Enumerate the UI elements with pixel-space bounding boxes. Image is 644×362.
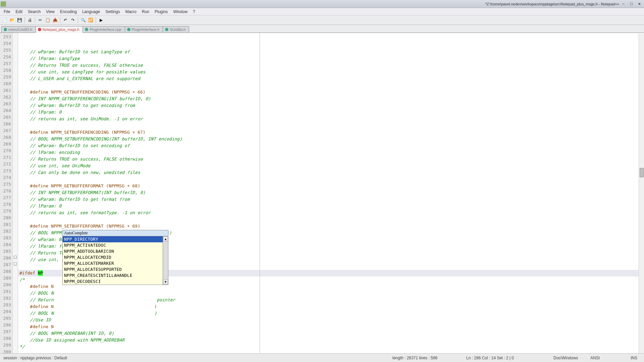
tab-scintilla-h[interactable]: Scintilla.h — [163, 26, 189, 33]
fold-margin[interactable]: -- — [13, 33, 18, 362]
autocomplete-list[interactable]: NPP_DIRECTORYNPPM_ACTIVATEDOCNPPM_ADDTOO… — [63, 236, 163, 285]
scroll-thumb[interactable] — [640, 168, 644, 177]
vertical-scrollbar[interactable] — [639, 34, 644, 353]
code-line[interactable]: // returns as int, see formatType. -1 on… — [18, 209, 644, 216]
code-line[interactable]: // lParam: 0 — [18, 203, 644, 209]
editor[interactable]: 2532542552562572582592602612622632642652… — [0, 33, 644, 362]
menu-macro[interactable]: Macro — [123, 9, 139, 15]
new-icon[interactable]: 📄 — [1, 17, 8, 23]
autocomplete-scrollbar[interactable]: ▲ ▼ — [163, 236, 168, 285]
line-number: 269 — [0, 141, 12, 147]
menu-file[interactable]: File — [1, 9, 12, 15]
code-line[interactable]: #define NPPM_SETBUFFERFORMAT (NPPMSG + 6… — [18, 223, 644, 230]
code-line[interactable]: #define NPPM_SETBUFFERENCODING (NPPMSG +… — [18, 129, 644, 136]
copy-icon[interactable]: 📋 — [44, 17, 51, 23]
autocomplete-popup[interactable]: AutoComplete NPP_DIRECTORYNPPM_ACTIVATED… — [62, 230, 168, 285]
autocomplete-item[interactable]: NPPM_ALLOCATESUPPORTED — [63, 266, 163, 273]
code-line[interactable] — [18, 82, 644, 89]
menu-view[interactable]: View — [44, 9, 57, 15]
code-line[interactable]: //Use ID — [18, 317, 644, 323]
find-icon[interactable]: 🔍 — [80, 17, 87, 23]
print-icon[interactable]: 🖨 — [26, 17, 33, 23]
replace-icon[interactable]: 🔁 — [87, 17, 94, 23]
paste-icon[interactable]: 📥 — [52, 17, 58, 23]
code-line[interactable]: // returns as int, see UniMode. -1 on er… — [18, 116, 644, 122]
autocomplete-item[interactable]: NPPM_ADDTOOLBARICON — [63, 248, 163, 254]
code-line[interactable]: // L_USER and L_EXTERNAL are not support… — [18, 75, 644, 82]
redo-icon[interactable]: ↷ — [69, 17, 76, 23]
open-icon[interactable]: 📂 — [9, 17, 15, 23]
code-line[interactable]: #define N) — [18, 303, 644, 310]
autocomplete-item[interactable]: NPPM_ACTIVATEDOC — [63, 242, 163, 248]
line-number: 282 — [0, 228, 12, 235]
saved-icon — [4, 28, 7, 31]
status-insert-mode: INS — [627, 354, 644, 362]
tab-label: PluginInterface.cpp — [90, 27, 121, 32]
code-line[interactable] — [18, 176, 644, 183]
autocomplete-item[interactable]: NPPM_ALLOCATECMDID — [63, 254, 163, 260]
code-line[interactable]: // wParam: BufferID to get encoding from — [18, 102, 644, 109]
code-line[interactable]: // use int, see LangType for possible va… — [18, 69, 644, 75]
tab-menucmdid-h[interactable]: menuCmdID.h — [1, 26, 36, 33]
autocomplete-item[interactable]: NPPM_ALLOCATEMARKER — [63, 260, 163, 266]
fold-toggle-icon[interactable]: - — [14, 262, 17, 265]
minimize-button[interactable]: ─ — [619, 1, 627, 7]
code-line[interactable]: // BOOL N) — [18, 310, 644, 317]
code-line[interactable]: // INT NPPM_GETBUFFERENCODING(INT buffer… — [18, 96, 644, 102]
menubar: FileEditSearchViewEncodingLanguageSettin… — [0, 8, 644, 15]
tab-label: Notepad_plus_msgs.h — [43, 27, 79, 32]
code-line[interactable]: // INT NPPM_GETBUFFERFORMAT(INT bufferID… — [18, 189, 644, 196]
code-line[interactable]: // lParam: LangType — [18, 55, 644, 62]
code-line[interactable]: // BOOL NPPM_ADDREBAR(INT ID, 0) — [18, 330, 644, 337]
menu-run[interactable]: Run — [140, 9, 152, 15]
menu-search[interactable]: Search — [25, 9, 43, 15]
code-line[interactable]: //Use ID assigned with NPPM_ADDREBAR — [18, 337, 644, 344]
code-line[interactable]: // BOOL N — [18, 290, 644, 297]
code-line[interactable]: #define NPPM_GETBUFFERENCODING (NPPMSG +… — [18, 89, 644, 96]
code-line[interactable]: // lParam: 0 — [18, 109, 644, 116]
statusbar: session : npptags previous : Default len… — [0, 353, 644, 362]
tab-plugininterface-cpp[interactable]: PluginInterface.cpp — [83, 26, 125, 33]
undo-icon[interactable]: ↶ — [62, 17, 69, 23]
scroll-down-icon[interactable]: ▼ — [163, 279, 168, 285]
code-line[interactable]: // BOOL NPPM_SETBUFFERENCODING(INT buffe… — [18, 136, 644, 142]
line-number: 279 — [0, 208, 12, 215]
code-content[interactable]: // wParam: BufferID to set LangType of /… — [18, 33, 644, 362]
scroll-up-icon[interactable]: ▲ — [163, 236, 168, 242]
code-line[interactable]: // Can only be done on new, unedited fil… — [18, 169, 644, 176]
tab-plugininterface-h[interactable]: PluginInterface.h — [125, 26, 163, 33]
code-line[interactable]: // wParam: BufferID to set LangType of — [18, 49, 644, 55]
menu-plugins[interactable]: Plugins — [152, 9, 170, 15]
code-line[interactable]: // wParam: BufferID to get format from — [18, 196, 644, 203]
code-line[interactable]: */ — [18, 344, 644, 350]
menu-encoding[interactable]: Encoding — [58, 9, 79, 15]
line-number: 287 — [0, 261, 12, 268]
line-number: 268 — [0, 134, 12, 141]
autocomplete-item[interactable]: NPPM_DECODESCI — [63, 279, 163, 285]
code-line[interactable] — [18, 216, 644, 223]
autocomplete-item[interactable]: NPPM_CREATESCINTILLAHANDLE — [63, 273, 163, 279]
maximize-button[interactable]: ☐ — [627, 1, 635, 7]
menu-settings[interactable]: Settings — [103, 9, 122, 15]
menu-edit[interactable]: Edit — [13, 9, 25, 15]
code-line[interactable]: // lParam: encoding — [18, 149, 644, 156]
code-line[interactable]: // wParam: BufferID to set encoding of — [18, 142, 644, 149]
code-line[interactable]: #define NPPM_GETBUFFERFORMAT (NPPMSG + 6… — [18, 183, 644, 189]
close-button[interactable]: ✕ — [635, 1, 643, 7]
save-icon[interactable]: 💾 — [16, 17, 23, 23]
cut-icon[interactable]: ✂ — [37, 17, 44, 23]
code-line[interactable] — [18, 122, 644, 129]
autocomplete-item[interactable]: NPP_DIRECTORY — [63, 236, 163, 242]
code-line[interactable]: #define N — [18, 323, 644, 330]
menu-?[interactable]: ? — [191, 9, 198, 15]
menu-language[interactable]: Language — [80, 9, 102, 15]
menu-window[interactable]: Window — [171, 9, 190, 15]
tab-notepad_plus_msgs-h[interactable]: Notepad_plus_msgs.h — [36, 26, 83, 33]
code-line[interactable]: // use int, see UniMode — [18, 163, 644, 169]
code-line[interactable]: // Return pointer — [18, 297, 644, 303]
code-line[interactable]: // Returns TRUE on success, FALSE otherw… — [18, 62, 644, 69]
line-number: 266 — [0, 121, 12, 127]
code-line[interactable]: // Returns TRUE on success, FALSE otherw… — [18, 156, 644, 163]
fold-toggle-icon[interactable]: - — [14, 256, 17, 259]
macro-play-icon[interactable]: ▶ — [98, 17, 104, 23]
